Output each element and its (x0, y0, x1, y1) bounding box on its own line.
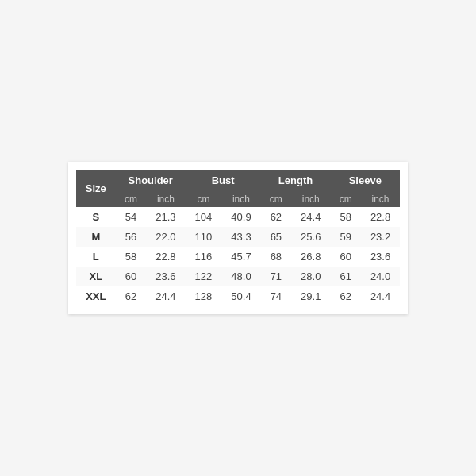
table-row: XL6023.612248.07128.06124.0 (76, 267, 400, 286)
length-inch-header: inch (291, 191, 330, 207)
table-row: XXL6224.412850.47429.16224.4 (76, 286, 400, 306)
data-cell: 40.9 (221, 207, 260, 227)
length-header: Length (261, 170, 331, 191)
data-cell: 104 (186, 207, 222, 227)
size-cell: XL (76, 267, 116, 286)
sleeve-inch-header: inch (361, 191, 400, 207)
data-cell: 128 (186, 286, 222, 306)
data-cell: 26.8 (291, 247, 330, 267)
bust-header: Bust (186, 170, 261, 191)
size-cell: M (76, 227, 116, 247)
table-body: S5421.310440.96224.45822.8M5622.011043.3… (76, 207, 400, 306)
data-cell: 28.0 (291, 267, 330, 286)
size-header: Size (76, 170, 116, 207)
data-cell: 22.0 (146, 227, 185, 247)
data-cell: 74 (261, 286, 291, 306)
size-chart-wrapper: Size Shoulder Bust Length Sleeve cm inch… (68, 162, 408, 314)
data-cell: 65 (261, 227, 291, 247)
data-cell: 43.3 (221, 227, 260, 247)
size-cell: XXL (76, 286, 116, 306)
data-cell: 24.0 (361, 267, 400, 286)
data-cell: 60 (116, 267, 146, 286)
data-cell: 22.8 (146, 247, 185, 267)
sub-header-row: cm inch cm inch cm inch cm inch (76, 191, 400, 207)
shoulder-cm-header: cm (116, 191, 146, 207)
shoulder-header: Shoulder (116, 170, 186, 191)
data-cell: 62 (261, 207, 291, 227)
data-cell: 23.6 (146, 267, 185, 286)
data-cell: 23.2 (361, 227, 400, 247)
data-cell: 24.4 (361, 286, 400, 306)
sleeve-header: Sleeve (330, 170, 400, 191)
group-header-row: Size Shoulder Bust Length Sleeve (76, 170, 400, 191)
data-cell: 116 (186, 247, 222, 267)
data-cell: 21.3 (146, 207, 185, 227)
data-cell: 54 (116, 207, 146, 227)
data-cell: 22.8 (361, 207, 400, 227)
data-cell: 58 (330, 207, 360, 227)
size-chart-table: Size Shoulder Bust Length Sleeve cm inch… (76, 170, 400, 306)
data-cell: 110 (186, 227, 222, 247)
table-row: S5421.310440.96224.45822.8 (76, 207, 400, 227)
data-cell: 24.4 (291, 207, 330, 227)
data-cell: 61 (330, 267, 360, 286)
data-cell: 50.4 (221, 286, 260, 306)
data-cell: 23.6 (361, 247, 400, 267)
data-cell: 71 (261, 267, 291, 286)
sleeve-cm-header: cm (330, 191, 360, 207)
data-cell: 45.7 (221, 247, 260, 267)
data-cell: 59 (330, 227, 360, 247)
data-cell: 68 (261, 247, 291, 267)
bust-inch-header: inch (221, 191, 260, 207)
length-cm-header: cm (261, 191, 291, 207)
shoulder-inch-header: inch (146, 191, 185, 207)
size-cell: S (76, 207, 116, 227)
data-cell: 29.1 (291, 286, 330, 306)
bust-cm-header: cm (186, 191, 222, 207)
data-cell: 48.0 (221, 267, 260, 286)
data-cell: 62 (116, 286, 146, 306)
data-cell: 58 (116, 247, 146, 267)
data-cell: 122 (186, 267, 222, 286)
table-row: M5622.011043.36525.65923.2 (76, 227, 400, 247)
size-cell: L (76, 247, 116, 267)
data-cell: 25.6 (291, 227, 330, 247)
data-cell: 60 (330, 247, 360, 267)
data-cell: 56 (116, 227, 146, 247)
table-row: L5822.811645.76826.86023.6 (76, 247, 400, 267)
data-cell: 62 (330, 286, 360, 306)
data-cell: 24.4 (146, 286, 185, 306)
